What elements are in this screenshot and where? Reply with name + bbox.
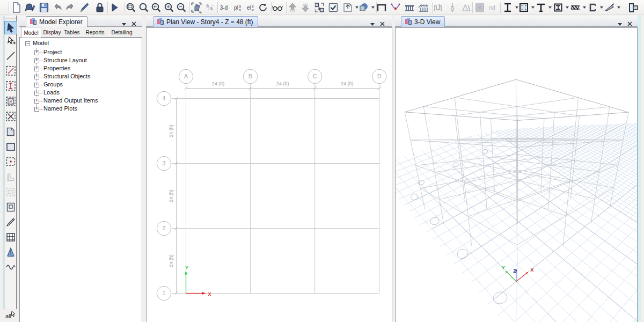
svg-text:3: 3 xyxy=(163,160,166,166)
svg-text:a: a xyxy=(239,4,241,8)
svg-text:v: v xyxy=(252,8,254,12)
svg-text:3-d: 3-d xyxy=(220,5,228,11)
svg-text:e: e xyxy=(252,4,254,8)
svg-text:24 (ft): 24 (ft) xyxy=(212,81,225,86)
svg-text:24 (ft): 24 (ft) xyxy=(169,125,174,137)
svg-text:24 (ft): 24 (ft) xyxy=(341,81,354,86)
svg-text:B: B xyxy=(248,73,252,79)
svg-text:nd: nd xyxy=(489,5,495,11)
svg-text:X: X xyxy=(208,291,211,297)
svg-text:pl: pl xyxy=(234,5,238,11)
svg-text:24 (ft): 24 (ft) xyxy=(276,81,289,86)
svg-text:Y: Y xyxy=(185,265,188,270)
svg-text:24 (ft): 24 (ft) xyxy=(169,254,174,267)
svg-text:2: 2 xyxy=(163,225,166,231)
svg-text:n: n xyxy=(239,8,241,12)
svg-text:D: D xyxy=(377,73,382,79)
svg-text:el: el xyxy=(247,5,251,11)
svg-text:4: 4 xyxy=(163,95,166,101)
svg-text:Z: Z xyxy=(513,268,516,274)
svg-text:24 (ft): 24 (ft) xyxy=(169,189,174,202)
svg-text:A: A xyxy=(184,73,188,79)
svg-text:Y: Y xyxy=(502,265,505,270)
svg-text:C: C xyxy=(313,73,317,79)
svg-text:1: 1 xyxy=(163,290,166,296)
svg-text:X: X xyxy=(530,267,533,273)
